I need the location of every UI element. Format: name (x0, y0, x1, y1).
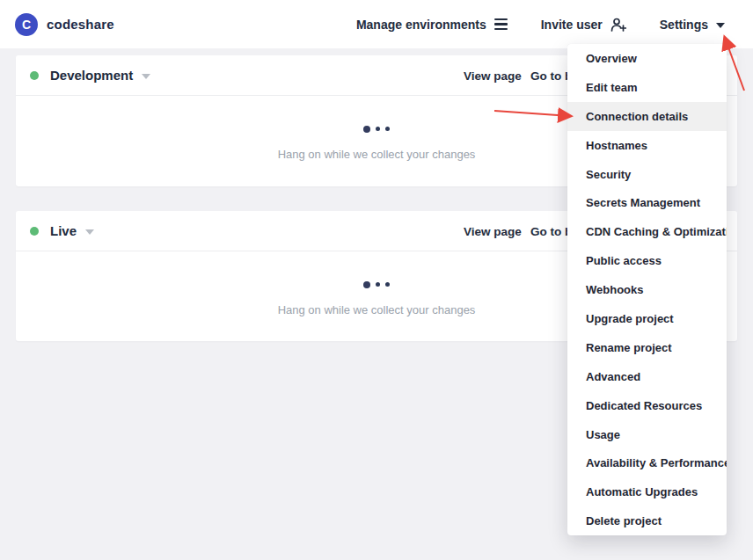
status-dot-icon (30, 71, 39, 80)
topbar: C codeshare Manage environments Invite u… (0, 0, 753, 48)
brand-logo-icon: C (15, 13, 38, 36)
caret-down-icon (716, 23, 725, 28)
environment-name: Live (50, 223, 77, 238)
settings-label: Settings (660, 18, 708, 32)
invite-user-label: Invite user (541, 18, 603, 32)
menu-item-edit-team[interactable]: Edit team (567, 73, 727, 102)
menu-item-dedicated-resources[interactable]: Dedicated Resources (567, 391, 727, 420)
status-dot-icon (30, 227, 39, 236)
settings-menu: OverviewEdit teamConnection detailsHostn… (567, 44, 727, 535)
manage-environments-button[interactable]: Manage environments (356, 18, 508, 32)
menu-item-rename-project[interactable]: Rename project (567, 333, 727, 362)
invite-user-button[interactable]: Invite user (541, 18, 626, 32)
menu-item-availability-performance[interactable]: Availability & Performance (567, 448, 727, 477)
loading-message: Hang on while we collect your changes (278, 148, 476, 161)
settings-button[interactable]: Settings (660, 18, 725, 32)
menu-item-advanced[interactable]: Advanced (567, 362, 727, 391)
menu-item-security[interactable]: Security (567, 160, 727, 189)
view-page-button[interactable]: View page (464, 69, 522, 82)
brand: C codeshare (15, 13, 114, 36)
loading-message: Hang on while we collect your changes (278, 303, 476, 316)
menu-item-hostnames[interactable]: Hostnames (567, 131, 727, 160)
menu-item-upgrade-project[interactable]: Upgrade project (567, 304, 727, 333)
manage-environments-label: Manage environments (356, 18, 486, 32)
menu-item-webhooks[interactable]: Webhooks (567, 275, 727, 304)
menu-item-delete-project[interactable]: Delete project (567, 506, 727, 535)
menu-item-connection-details[interactable]: Connection details (567, 102, 727, 131)
menu-item-public-access[interactable]: Public access (567, 246, 727, 275)
menu-item-overview[interactable]: Overview (567, 44, 727, 73)
environment-name: Development (50, 68, 133, 83)
menu-item-secrets-management[interactable]: Secrets Management (567, 188, 727, 217)
loading-dots-icon (363, 125, 390, 133)
invite-user-icon (610, 18, 626, 32)
hamburger-icon (494, 18, 508, 31)
brand-name: codeshare (47, 17, 114, 32)
loading-dots-icon (363, 280, 390, 288)
menu-item-usage[interactable]: Usage (567, 420, 727, 449)
environment-caret-down-icon[interactable] (85, 229, 94, 235)
environment-caret-down-icon[interactable] (142, 74, 150, 79)
menu-item-automatic-upgrades[interactable]: Automatic Upgrades (567, 477, 727, 506)
topbar-nav: Manage environments Invite user Settings (356, 18, 725, 32)
view-page-button[interactable]: View page (464, 224, 522, 237)
menu-item-cdn-caching-optimization[interactable]: CDN Caching & Optimization (567, 217, 727, 246)
